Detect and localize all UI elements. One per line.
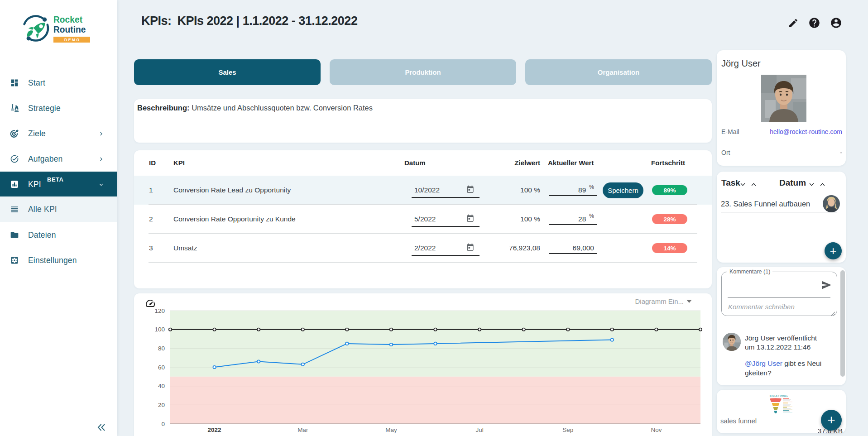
sidebar-item-aufgaben[interactable]: Aufgaben — [0, 146, 117, 172]
comment-meta: Jörg User veröffentlicht um 13.12.2022 1… — [745, 334, 817, 352]
start-icon — [10, 78, 19, 87]
page-title-label: KPIs: — [141, 14, 172, 28]
sort-by-task[interactable]: Task — [721, 178, 740, 188]
cell-kpi-name: Umsatz — [173, 234, 197, 263]
task-item-divider — [721, 212, 837, 212]
tab-sales-label: Sales — [218, 68, 236, 76]
profile-name: Jörg User — [721, 58, 761, 69]
chart-svg: 0204060801001202022MarMayJulSepNov — [134, 293, 712, 436]
svg-text:80: 80 — [158, 345, 165, 352]
task-assignee-avatar[interactable] — [823, 195, 840, 212]
logo-text-rocket: Rocket — [53, 14, 82, 25]
date-input-underline — [412, 197, 480, 198]
description-label: Beschreibung: — [137, 104, 190, 112]
percent-suffix: % — [589, 213, 594, 219]
aufgaben-icon — [10, 154, 19, 163]
chev — [98, 156, 104, 162]
svg-text:100: 100 — [154, 326, 165, 333]
comments-card: Kommentare (1) Kommentar schreiben Jörg … — [717, 267, 846, 385]
comment-author-avatar — [723, 333, 741, 351]
sort-chevron-glyph — [819, 181, 826, 188]
file-thumbnail[interactable]: SALES FUNNEL — [767, 393, 795, 413]
svg-text:SALES FUNNEL: SALES FUNNEL — [770, 394, 788, 397]
svg-text:Nov: Nov — [651, 426, 662, 433]
sidebar-item-label: Strategie — [28, 104, 61, 113]
demo-badge: DEMO — [53, 37, 90, 43]
page-title: KPIs: KPIs 2022 | 1.1.2022 - 31.12.2022 — [141, 14, 357, 28]
add-task-button[interactable]: + — [825, 242, 842, 259]
comment-input[interactable]: Kommentare (1) Kommentar schreiben — [721, 272, 837, 316]
comments-scrollbar[interactable] — [840, 270, 845, 377]
profile-photo-image — [761, 75, 806, 122]
table-header-divider — [149, 175, 697, 175]
description-text: Beschreibung: Umsätze und Abschlussquote… — [137, 104, 373, 112]
help-button[interactable] — [808, 17, 820, 29]
cell-kpi-name: Conversion Rate Opportunity zu Kunde — [173, 205, 296, 234]
col-header-zielwert: Zielwert — [474, 150, 540, 175]
datum-sort-desc-icon[interactable] — [808, 181, 815, 187]
current-input-underline — [549, 224, 597, 225]
einstellungen-icon — [10, 256, 19, 265]
sidebar-item-alle-kpi[interactable]: Alle KPI — [0, 196, 117, 222]
table-row[interactable]: 2Conversion Rate Opportunity zu Kunde5/2… — [134, 205, 712, 234]
add-file-button[interactable]: + — [821, 410, 842, 431]
sidebar-item-dateien[interactable]: Dateien — [0, 222, 117, 248]
resize-handle[interactable] — [831, 310, 835, 314]
tab-sales[interactable]: Sales — [134, 59, 321, 85]
sort-chevron-glyph — [808, 181, 815, 188]
account-button[interactable] — [830, 17, 842, 29]
sidebar-item-label: KPI — [28, 180, 41, 189]
send-glyph — [821, 280, 832, 290]
app-logo[interactable]: Rocket Routine DEMO — [22, 10, 95, 44]
current-value-input[interactable]: 69,000 — [549, 234, 594, 263]
date-input[interactable]: 10/2022 — [414, 176, 440, 205]
col-header-datum: Datum — [404, 150, 426, 175]
cell-zielwert: 100 % — [474, 205, 540, 234]
dateien-icon — [10, 230, 19, 240]
save-button[interactable]: Speichern — [603, 182, 643, 198]
date-input[interactable]: 5/2022 — [414, 205, 436, 234]
task-card: Task Datum 23. Sales Funnel aufbauen + — [717, 172, 846, 263]
profile-card: Jörg User E-Mail hello@rocket-routine.co… — [717, 50, 846, 166]
task-sort-desc-icon[interactable] — [739, 181, 746, 187]
col-header-fortschritt: Fortschritt — [651, 150, 685, 175]
profile-photo — [761, 75, 806, 122]
chev — [98, 131, 104, 137]
sidebar-item-strategie[interactable]: Strategie — [0, 96, 117, 121]
send-icon[interactable] — [821, 280, 832, 290]
sidebar-item-ziele[interactable]: Ziele — [0, 121, 117, 146]
sidebar-collapse-button[interactable] — [96, 422, 108, 433]
sidebar-item-einstellungen[interactable]: Einstellungen — [0, 248, 117, 273]
tab-organisation[interactable]: Organisation — [525, 59, 712, 85]
comment-author-line: Jörg User veröffentlicht — [745, 334, 817, 343]
sort-by-datum[interactable]: Datum — [779, 178, 806, 188]
datum-sort-asc-icon[interactable] — [819, 181, 825, 187]
table-row[interactable]: 3Umsatz2/202276,923,0869,00014% — [134, 234, 712, 263]
sidebar-item-start[interactable]: Start — [0, 70, 117, 96]
email-label: E-Mail — [721, 128, 739, 135]
task-sort-asc-icon[interactable] — [750, 181, 757, 187]
comment-text-1: gibt es Neui — [782, 359, 821, 367]
resize-grip-icon — [831, 311, 835, 316]
double-chevron-left-icon[interactable] — [96, 422, 107, 433]
description-value: Umsätze und Abschlussquoten bzw. Convers… — [192, 104, 373, 112]
edit-pencil-icon — [788, 18, 799, 29]
cell-zielwert: 76,923,08 — [474, 234, 540, 263]
tab-produktion[interactable]: Produktion — [330, 59, 516, 85]
sidebar-item-kpi[interactable]: KPIBETA — [0, 172, 117, 197]
edit-button[interactable] — [788, 18, 799, 29]
file-name: sales funnel — [720, 417, 757, 425]
task-item-title[interactable]: 23. Sales Funnel aufbauen — [721, 200, 810, 208]
table-row[interactable]: 1Conversion Rate Lead zu Opportunity10/2… — [134, 176, 712, 205]
current-value-input[interactable]: 28% — [549, 205, 594, 234]
percent-suffix: % — [589, 184, 594, 190]
chevron-right-icon — [98, 156, 104, 162]
svg-text:Jul: Jul — [475, 426, 483, 433]
date-input[interactable]: 2/2022 — [414, 234, 436, 263]
current-value-input[interactable]: 89% — [549, 176, 594, 205]
progress-badge: 28% — [652, 214, 687, 224]
email-link[interactable]: hello@rocket-routine.com — [770, 128, 842, 135]
mention-link[interactable]: @Jörg User — [745, 359, 782, 367]
svg-text:Mar: Mar — [297, 426, 308, 433]
strategie-glyph — [10, 104, 19, 113]
